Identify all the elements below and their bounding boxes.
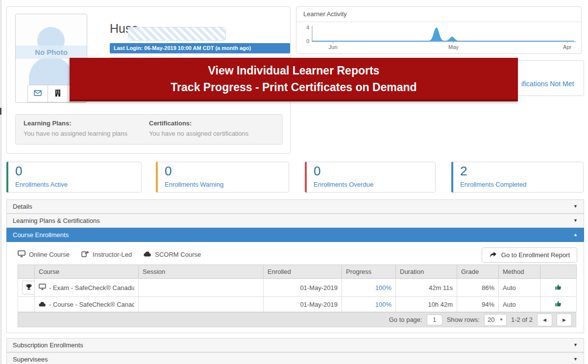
organization-button[interactable] — [48, 85, 68, 102]
course-cell[interactable]: - Course - SafeCheck® Canad... — [35, 297, 139, 312]
session-cell — [139, 279, 264, 297]
trophy-icon — [25, 284, 32, 292]
building-icon — [55, 90, 61, 98]
svg-text:0: 0 — [306, 38, 309, 44]
monitor-icon — [39, 284, 46, 291]
col-session: Session — [139, 265, 264, 279]
page-number-input[interactable] — [427, 315, 442, 325]
accordion-supervisees[interactable]: Supervisees ▼ — [6, 352, 584, 364]
svg-text:Jun: Jun — [329, 44, 338, 50]
stat-label: Enrollments Overdue — [314, 181, 373, 188]
method-cell: Auto — [499, 279, 540, 297]
card-separator — [296, 22, 581, 22]
session-cell — [139, 297, 264, 312]
accordion-details[interactable]: Details ▼ — [6, 199, 584, 214]
accordion-learning-plans-certifications[interactable]: Learning Plans & Certifications ▼ — [6, 214, 584, 228]
last-login-badge: Last Login: 06-May-2019 10:00 AM CDT (a … — [110, 43, 290, 53]
rows-per-page-select[interactable]: 20 ▼ — [484, 314, 507, 326]
monitor-icon — [18, 250, 25, 259]
trophy-cell — [18, 279, 35, 297]
thumbs-up-icon — [555, 285, 562, 292]
go-to-page-label: Go to page: — [389, 316, 422, 323]
prev-page-button[interactable]: ◀ — [537, 314, 552, 326]
enrolled-cell: 01-May-2019 — [264, 297, 342, 312]
trophy-cell — [18, 297, 35, 312]
stat-card-enrollments-completed: 2 Enrollments Completed — [451, 162, 584, 193]
svg-text:Apr: Apr — [563, 44, 571, 50]
progress-cell: 100% — [342, 297, 396, 312]
report-button-label: Go to Enrollment Report — [501, 251, 570, 259]
chevron-down-icon: ▼ — [573, 200, 578, 213]
chevron-down-icon: ▼ — [573, 214, 578, 227]
forward-arrow-icon — [489, 251, 497, 259]
col-duration: Duration — [396, 265, 457, 279]
certificate-trophy-button[interactable] — [22, 281, 36, 294]
email-button[interactable] — [27, 85, 48, 102]
legend-label: Online Course — [29, 251, 70, 258]
promo-banner-line1: View Individual Learner Reports — [70, 62, 518, 79]
progress-cell: 100% — [342, 279, 396, 297]
accent-stripe — [305, 162, 307, 193]
grade-cell: 86% — [457, 279, 499, 297]
certifications-empty-text: You have no assigned certifications — [149, 130, 248, 137]
chevron-down-icon: ▼ — [573, 353, 578, 364]
course-name: - Course - SafeCheck® Canad... — [49, 301, 134, 308]
accent-stripe — [451, 162, 453, 193]
table-row: - Course - SafeCheck® Canad... 01-May-20… — [18, 297, 577, 312]
course-cell[interactable]: - Exam - SafeCheck® Canadia... — [35, 279, 139, 297]
enrolled-cell: 01-May-2019 — [264, 279, 342, 297]
cloud-icon — [39, 301, 46, 308]
grade-cell: 94% — [457, 297, 499, 312]
svg-text:May: May — [448, 44, 459, 50]
progress-link[interactable]: 100% — [375, 284, 392, 291]
cloud-icon — [144, 251, 151, 258]
rows-per-page-value: 20 — [488, 316, 494, 323]
table-pagination-bar: Go to page: Show rows: 20 ▼ 1-2 of 2 ◀ ▶ — [18, 312, 576, 327]
next-page-button[interactable]: ▶ — [557, 314, 572, 326]
col-progress: Progress — [342, 265, 396, 279]
learner-activity-title: Learner Activity — [303, 10, 347, 18]
accordion-label: Subscription Enrollments — [13, 341, 83, 349]
enrollments-table: Course Session Enrolled Progress Duratio… — [18, 265, 577, 312]
status-cell — [540, 297, 577, 312]
stat-value: 0 — [314, 164, 320, 179]
learning-plans-label: Learning Plans: — [24, 120, 72, 127]
table-row: - Exam - SafeCheck® Canadia... 01-May-20… — [18, 279, 577, 297]
chevron-down-icon: ▼ — [499, 317, 503, 322]
legend-instructor-led: Instructor-Led — [81, 250, 132, 259]
legend-label: SCORM Course — [155, 251, 201, 258]
duration-cell: 10h 42m — [396, 297, 457, 312]
right-arrow-icon: ▶ — [563, 317, 566, 322]
accordion-label: Learning Plans & Certifications — [13, 217, 100, 224]
col-actions — [540, 265, 577, 279]
accordion-label: Details — [13, 203, 32, 210]
progress-link[interactable]: 100% — [375, 301, 392, 308]
col-method: Method — [499, 265, 540, 279]
col-enrolled: Enrolled — [264, 265, 342, 279]
course-name: - Exam - SafeCheck® Canadia... — [49, 284, 134, 291]
calendar-arrow-icon — [81, 250, 89, 259]
left-scrollbar-track — [0, 0, 1, 364]
go-to-enrollment-report-button[interactable]: Go to Enrollment Report — [482, 247, 577, 263]
left-scrollbar-thumb[interactable] — [0, 108, 1, 115]
certifications-label: Certifications: — [149, 120, 192, 127]
accordion-subscription-enrollments[interactable]: Subscription Enrollments ▼ — [6, 338, 584, 352]
stat-card-enrollments-active: 0 Enrollments Active — [6, 162, 142, 193]
chevron-down-icon: ▼ — [573, 339, 578, 352]
stat-card-enrollments-overdue: 0 Enrollments Overdue — [305, 162, 436, 193]
no-photo-label: No Photo — [16, 46, 87, 59]
stat-label: Enrollments Active — [15, 181, 68, 188]
accordion-label: Supervisees — [13, 356, 48, 363]
accent-stripe — [6, 162, 8, 193]
envelope-icon — [34, 90, 42, 97]
redacted-name-overlay — [128, 27, 226, 41]
thumbs-up-icon — [555, 301, 562, 309]
col-grade: Grade — [457, 265, 499, 279]
col-course: Course — [35, 265, 139, 279]
legend-online-course: Online Course — [18, 250, 70, 259]
plans-certifications-summary: Learning Plans: You have no assigned lea… — [15, 114, 283, 145]
accordion-label: Course Enrollments — [13, 231, 69, 239]
stat-value: 2 — [460, 164, 467, 179]
accordion-course-enrollments[interactable]: Course Enrollments ▲ — [6, 228, 584, 242]
accent-stripe — [156, 162, 158, 193]
